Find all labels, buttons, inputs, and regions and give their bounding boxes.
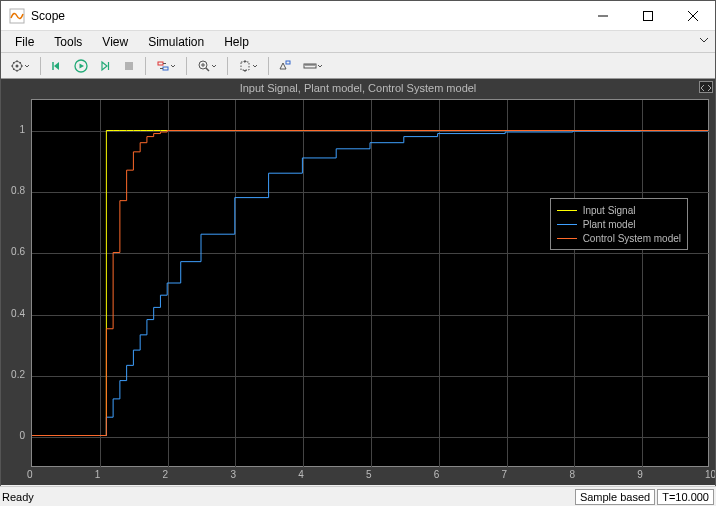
menu-simulation[interactable]: Simulation: [138, 33, 214, 51]
status-ready: Ready: [2, 491, 573, 503]
x-tick-label: 9: [637, 469, 643, 480]
trace-3: [32, 131, 708, 436]
x-tick-label: 1: [95, 469, 101, 480]
plot-traces: [32, 100, 708, 466]
menu-tools[interactable]: Tools: [44, 33, 92, 51]
x-tick-label: 2: [163, 469, 169, 480]
menu-file[interactable]: File: [5, 33, 44, 51]
legend-label: Plant model: [583, 219, 636, 230]
cursor-button[interactable]: [274, 55, 296, 77]
y-tick-label: 0.6: [11, 246, 25, 257]
svg-rect-20: [286, 61, 290, 64]
x-tick-label: 0: [27, 469, 33, 480]
svg-point-6: [16, 64, 19, 67]
svg-rect-19: [241, 62, 249, 70]
toolbar: [1, 53, 715, 79]
plot-area[interactable]: Input SignalPlant modelControl System mo…: [31, 99, 709, 467]
svg-rect-12: [163, 67, 168, 70]
x-tick-label: 3: [230, 469, 236, 480]
measure-button[interactable]: [298, 55, 328, 77]
step-forward-button[interactable]: [94, 55, 116, 77]
svg-rect-11: [158, 62, 163, 65]
status-time: T=10.000: [657, 489, 714, 505]
legend-swatch: [557, 238, 577, 239]
legend-item: Input Signal: [557, 203, 681, 217]
svg-line-16: [206, 68, 209, 71]
x-tick-label: 8: [569, 469, 575, 480]
close-button[interactable]: [670, 1, 715, 31]
statusbar: Ready Sample based T=10.000: [0, 486, 716, 506]
x-tick-label: 7: [502, 469, 508, 480]
x-tick-label: 6: [434, 469, 440, 480]
status-sample: Sample based: [575, 489, 655, 505]
step-back-button[interactable]: [46, 55, 68, 77]
plot-title: Input Signal, Plant model, Control Syste…: [1, 82, 715, 94]
svg-rect-2: [643, 11, 652, 20]
y-tick-label: 0: [19, 430, 25, 441]
legend-label: Input Signal: [583, 205, 636, 216]
legend-item: Plant model: [557, 217, 681, 231]
y-tick-label: 0.4: [11, 308, 25, 319]
run-button[interactable]: [70, 55, 92, 77]
maximize-axes-button[interactable]: [699, 81, 713, 93]
menu-help[interactable]: Help: [214, 33, 259, 51]
window-title: Scope: [31, 9, 580, 23]
titlebar: Scope: [1, 1, 715, 31]
y-tick-label: 0.2: [11, 369, 25, 380]
stop-button[interactable]: [118, 55, 140, 77]
y-tick-label: 1: [19, 124, 25, 135]
x-tick-label: 4: [298, 469, 304, 480]
menu-view[interactable]: View: [92, 33, 138, 51]
trace-1: [32, 131, 708, 436]
legend-label: Control System model: [583, 233, 681, 244]
legend-item: Control System model: [557, 231, 681, 245]
zoom-button[interactable]: [192, 55, 222, 77]
x-tick-label: 10: [705, 469, 716, 480]
legend[interactable]: Input SignalPlant modelControl System mo…: [550, 198, 688, 250]
trace-2: [32, 131, 708, 436]
minimize-button[interactable]: [580, 1, 625, 31]
app-logo: [9, 8, 25, 24]
y-tick-label: 0.8: [11, 185, 25, 196]
menubar-overflow-icon[interactable]: [699, 35, 709, 45]
signal-selector-button[interactable]: [151, 55, 181, 77]
x-tick-label: 5: [366, 469, 372, 480]
plot-container: Input Signal, Plant model, Control Syste…: [1, 79, 715, 485]
configure-button[interactable]: [5, 55, 35, 77]
maximize-button[interactable]: [625, 1, 670, 31]
legend-swatch: [557, 224, 577, 225]
legend-swatch: [557, 210, 577, 211]
svg-rect-10: [125, 62, 133, 70]
menubar: File Tools View Simulation Help: [1, 31, 715, 53]
autoscale-button[interactable]: [233, 55, 263, 77]
